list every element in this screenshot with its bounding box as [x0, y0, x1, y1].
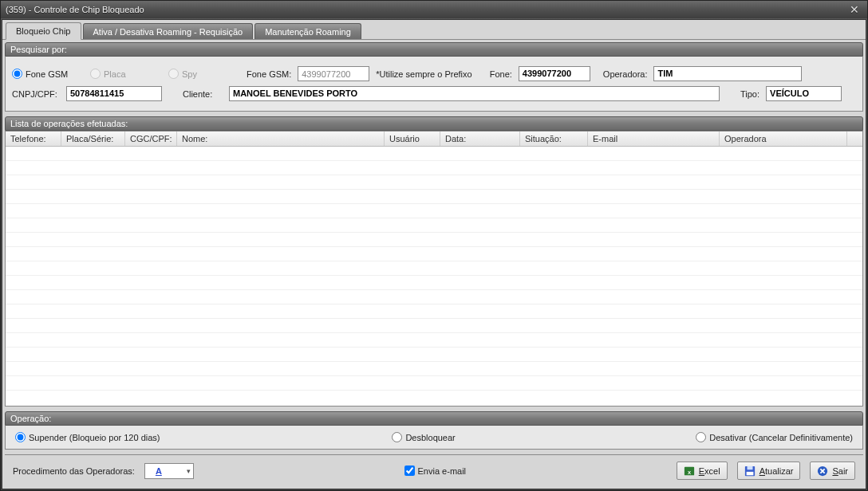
label-operadora: Operadora: — [603, 69, 648, 79]
label-prefix-hint: *Utilize sempre o Prefixo — [376, 69, 471, 79]
sair-button[interactable]: Sair — [810, 462, 855, 480]
column-header[interactable]: Telefone: — [6, 132, 61, 146]
tab-bloqueio-chip[interactable]: Bloqueio Chip — [6, 22, 81, 40]
save-icon — [744, 465, 756, 477]
field-cnpj: 50784811415 — [66, 86, 162, 101]
table-row — [6, 175, 862, 190]
operation-header: Operação: — [5, 411, 863, 426]
column-header[interactable]: E-mail — [588, 132, 720, 146]
table-row — [6, 161, 862, 175]
tabs: Bloqueio Chip Ativa / Desativa Roaming -… — [2, 20, 866, 39]
button-label: EExcelxcel — [699, 466, 720, 476]
button-label: Sair — [832, 466, 848, 476]
excel-icon: X — [684, 465, 695, 477]
field-tipo: VEÍCULO — [766, 86, 842, 101]
table-row — [6, 147, 862, 161]
field-operadora: TIM — [653, 66, 802, 81]
column-header[interactable]: Data: — [440, 132, 520, 146]
radio-label: Supender (Bloqueio por 120 dias) — [29, 433, 160, 442]
search-header: Pesquisar por: — [5, 42, 863, 57]
table-row — [6, 290, 862, 304]
table-body — [6, 147, 862, 406]
chevron-down-icon: ▾ — [187, 467, 191, 475]
titlebar: (359) - Controle de Chip Bloqueado ✕ — [1, 1, 867, 18]
column-header[interactable]: Situação: — [520, 132, 588, 146]
table-row — [6, 261, 862, 276]
search-panel: Fone GSM Placa Spy Fone GSM: *Utilize se… — [5, 57, 863, 112]
table-row — [6, 376, 862, 391]
radio-placa: Placa — [90, 69, 162, 79]
radio-label: Fone GSM — [26, 69, 68, 79]
table-row — [6, 233, 862, 247]
table-row — [6, 218, 862, 233]
radio-suspender[interactable]: Supender (Bloqueio por 120 dias) — [15, 432, 160, 442]
atualizar-button[interactable]: Atualizar — [737, 462, 801, 480]
checkbox-label: Envia e-mail — [418, 466, 467, 476]
dropdown-value: A — [156, 466, 162, 476]
table-row — [6, 362, 862, 376]
table-row — [6, 276, 862, 290]
svg-rect-4 — [746, 471, 753, 474]
radio-label: Desativar (Cancelar Definitivamente) — [709, 433, 853, 442]
label-fone-gsm: Fone GSM: — [247, 69, 291, 79]
column-header[interactable]: Nome: — [177, 132, 385, 146]
tab-manutencao-roaming[interactable]: Manutenção Roaming — [254, 23, 361, 39]
radio-desbloquear[interactable]: Desbloquear — [392, 432, 464, 442]
table-row — [6, 304, 862, 319]
radio-label: Spy — [182, 69, 197, 79]
table-row — [6, 348, 862, 362]
radio-spy: Spy — [168, 69, 240, 79]
table-row — [6, 247, 862, 261]
tab-roaming-requisicao[interactable]: Ativa / Desativa Roaming - Requisição — [83, 23, 254, 39]
radio-desativar[interactable]: Desativar (Cancelar Definitivamente) — [696, 432, 853, 442]
table-row — [6, 190, 862, 204]
window-title: (359) - Controle de Chip Bloqueado — [6, 5, 846, 14]
label-cliente: Cliente: — [183, 89, 223, 99]
column-header[interactable]: CGC/CPF: — [125, 132, 177, 146]
table-row — [6, 333, 862, 348]
svg-rect-3 — [747, 465, 752, 469]
radio-label: Placa — [104, 69, 126, 79]
label-fone: Fone: — [490, 69, 512, 79]
field-fone: 4399077200 — [519, 66, 590, 81]
excel-button[interactable]: X EExcelxcel — [677, 462, 728, 480]
radio-label: Desbloquear — [405, 433, 455, 442]
input-fone-gsm[interactable] — [298, 66, 369, 81]
footer: Procedimento das Operadoras: A ▾ Envia e… — [5, 454, 863, 486]
dropdown-procedimento[interactable]: A ▾ — [144, 463, 194, 479]
field-cliente: MANOEL BENEVIDES PORTO — [229, 86, 720, 101]
operation-panel: Supender (Bloqueio por 120 dias) Desbloq… — [5, 426, 863, 450]
button-label: Atualizar — [760, 466, 794, 476]
close-icon[interactable]: ✕ — [846, 3, 862, 16]
table-row — [6, 204, 862, 218]
checkbox-envia-email[interactable]: Envia e-mail — [404, 465, 467, 476]
label-cnpj: CNPJ/CPF: — [12, 89, 60, 99]
column-header[interactable]: Placa/Série: — [61, 132, 125, 146]
column-header[interactable]: Usuário — [385, 132, 440, 146]
operations-table: Telefone:Placa/Série:CGC/CPF:Nome:Usuári… — [5, 131, 863, 407]
column-header[interactable]: Operadora — [720, 132, 847, 146]
label-procedimento: Procedimento das Operadoras: — [13, 466, 135, 476]
label-tipo: Tipo: — [740, 89, 760, 99]
list-header: Lista de operações efetuadas: — [5, 116, 863, 131]
table-row — [6, 319, 862, 333]
table-header: Telefone:Placa/Série:CGC/CPF:Nome:Usuári… — [6, 132, 862, 147]
radio-fone-gsm[interactable]: Fone GSM — [12, 69, 84, 79]
exit-icon — [817, 465, 828, 477]
